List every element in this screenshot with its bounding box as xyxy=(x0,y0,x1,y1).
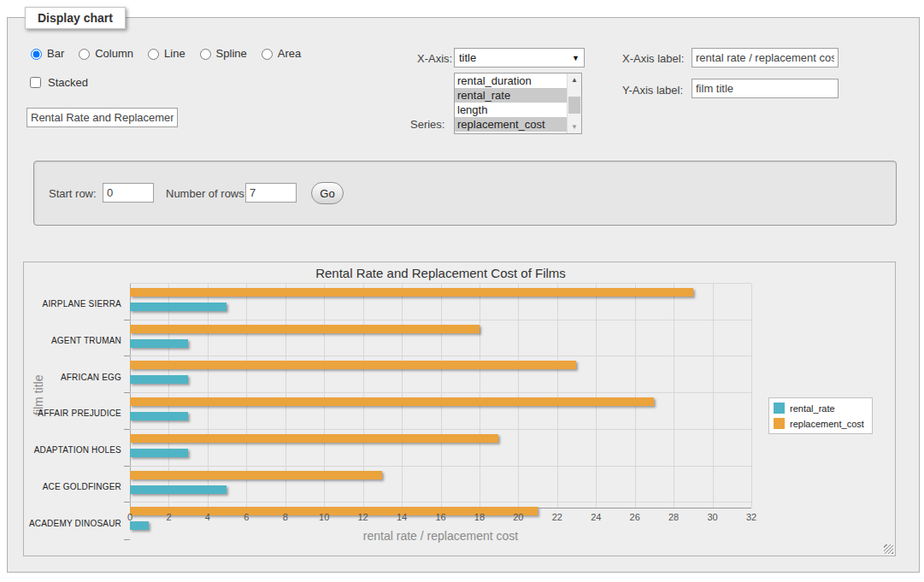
x-tick-label: 10 xyxy=(319,512,329,522)
rows-controls-box: Start row: Number of rows: Go xyxy=(33,161,897,226)
x-tick-label: 0 xyxy=(127,512,132,522)
x-tick-label: 14 xyxy=(397,512,407,522)
category-band: AGENT TRUMAN xyxy=(130,325,751,357)
scroll-up-icon[interactable]: ▲ xyxy=(568,73,581,86)
chart-type-radio-line[interactable] xyxy=(148,49,159,60)
x-tick-label: 6 xyxy=(244,512,249,522)
fieldset-legend: Display chart xyxy=(25,7,126,29)
legend-item-replacement_cost[interactable]: replacement_cost xyxy=(774,418,864,429)
resize-handle-icon[interactable] xyxy=(884,544,893,554)
x-axis-select-value: title xyxy=(459,51,476,64)
chart-type-radio-area[interactable] xyxy=(262,49,273,60)
chart-type-radio-label: Line xyxy=(164,47,185,60)
chart-x-ticks: 02468101214161820222426283032 xyxy=(130,512,751,524)
x-tick-label: 2 xyxy=(166,512,171,522)
legend-item-rental_rate[interactable]: rental_rate xyxy=(774,403,864,414)
bar-replacement_cost[interactable] xyxy=(130,361,576,369)
chart-type-radio-label: Column xyxy=(95,47,133,60)
category-label: AIRPLANE SIERRA xyxy=(43,299,121,309)
legend-label: replacement_cost xyxy=(790,419,864,429)
chart-plot-area: AIRPLANE SIERRAAGENT TRUMANAFRICAN EGGAF… xyxy=(130,283,751,509)
y-axis-label-label: Y-Axis label: xyxy=(622,84,683,97)
display-chart-fieldset: Display chart BarColumnLineSplineArea St… xyxy=(7,17,920,573)
category-band: ACE GOLDFINGER xyxy=(130,471,751,503)
series-options: rental_durationrental_ratelengthreplacem… xyxy=(455,73,567,132)
bar-replacement_cost[interactable] xyxy=(130,471,382,479)
stacked-label: Stacked xyxy=(48,76,88,89)
x-tick-label: 12 xyxy=(358,512,368,522)
chart-type-option-column[interactable]: Column xyxy=(74,46,133,60)
bar-rental_rate[interactable] xyxy=(130,303,227,311)
category-label: AGENT TRUMAN xyxy=(51,336,121,345)
x-tick-label: 26 xyxy=(630,512,640,522)
stacked-row: Stacked xyxy=(26,74,88,91)
x-axis-label-label: X-Axis label: xyxy=(622,52,684,65)
chart-type-radio-label: Area xyxy=(278,47,301,60)
scrollbar-thumb[interactable] xyxy=(568,97,580,114)
legend-swatch-icon xyxy=(774,418,785,429)
x-tick-label: 32 xyxy=(746,512,756,522)
x-axis-label-input[interactable] xyxy=(692,48,839,68)
category-label: AFFAIR PREJUDICE xyxy=(38,409,121,418)
y-axis-label-input[interactable] xyxy=(692,79,839,98)
chart-type-radio-group: BarColumnLineSplineArea xyxy=(26,46,308,60)
listbox-scrollbar[interactable]: ▲ ▼ xyxy=(567,73,581,133)
x-tick-label: 8 xyxy=(283,512,288,522)
chart-title-input[interactable] xyxy=(26,108,178,127)
series-option-replacement_cost[interactable]: replacement_cost xyxy=(455,117,567,132)
start-row-label: Start row: xyxy=(49,187,97,200)
chart-type-radio-bar[interactable] xyxy=(31,49,42,60)
chart-type-radio-spline[interactable] xyxy=(200,49,211,60)
chart-type-option-area[interactable]: Area xyxy=(257,46,301,60)
chart-type-option-spline[interactable]: Spline xyxy=(196,46,247,60)
chart-type-radio-label: Spline xyxy=(216,47,247,60)
chart-type-radio-label: Bar xyxy=(47,47,64,60)
x-axis-select[interactable]: title ▼ xyxy=(454,48,585,68)
bar-rental_rate[interactable] xyxy=(130,339,188,348)
chart-x-axis-title: rental rate / replacement cost xyxy=(130,529,751,543)
series-listbox[interactable]: rental_durationrental_ratelengthreplacem… xyxy=(454,73,582,134)
bar-replacement_cost[interactable] xyxy=(130,434,498,443)
bar-rental_rate[interactable] xyxy=(130,375,188,384)
bar-replacement_cost[interactable] xyxy=(130,325,480,333)
num-rows-label: Number of rows: xyxy=(166,187,247,200)
x-tick-label: 4 xyxy=(205,512,210,522)
chevron-down-icon: ▼ xyxy=(572,54,580,62)
chart-title: Rental Rate and Replacement Cost of Film… xyxy=(130,266,751,280)
x-axis-select-label: X-Axis: xyxy=(417,52,452,65)
x-tick-label: 22 xyxy=(552,512,562,522)
num-rows-input[interactable] xyxy=(245,183,297,203)
bar-replacement_cost[interactable] xyxy=(130,288,693,297)
x-tick-label: 18 xyxy=(474,512,485,522)
category-label: ADAPTATION HOLES xyxy=(34,445,121,455)
chart-type-radio-column[interactable] xyxy=(79,49,90,60)
series-option-length[interactable]: length xyxy=(455,103,567,117)
category-band: AIRPLANE SIERRA xyxy=(130,288,751,320)
category-band: AFRICAN EGG xyxy=(130,361,751,393)
bar-rental_rate[interactable] xyxy=(130,412,188,420)
chart-legend: rental_ratereplacement_cost xyxy=(768,397,873,434)
gridline-x-32 xyxy=(751,284,752,508)
series-option-rental_duration[interactable]: rental_duration xyxy=(455,73,567,88)
bar-replacement_cost[interactable] xyxy=(130,397,654,406)
go-button[interactable]: Go xyxy=(311,182,344,204)
start-row-input[interactable] xyxy=(103,183,154,203)
category-band: ADAPTATION HOLES xyxy=(130,434,751,467)
category-band: AFFAIR PREJUDICE xyxy=(130,397,751,430)
chart-container: Rental Rate and Replacement Cost of Film… xyxy=(23,262,896,556)
x-tick-label: 24 xyxy=(591,512,601,522)
x-tick-label: 20 xyxy=(513,512,523,522)
bar-rental_rate[interactable] xyxy=(130,485,227,494)
chart-type-option-line[interactable]: Line xyxy=(144,46,185,60)
stacked-checkbox[interactable] xyxy=(30,77,41,88)
legend-label: rental_rate xyxy=(790,403,835,414)
bar-rental_rate[interactable] xyxy=(130,449,188,457)
category-label: ACADEMY DINOSAUR xyxy=(29,519,121,528)
series-option-rental_rate[interactable]: rental_rate xyxy=(455,88,567,103)
x-tick-label: 16 xyxy=(435,512,445,522)
series-select-label: Series: xyxy=(410,118,444,131)
x-tick-label: 30 xyxy=(707,512,717,522)
scroll-down-icon[interactable]: ▼ xyxy=(568,121,581,133)
category-label: ACE GOLDFINGER xyxy=(43,481,121,491)
chart-type-option-bar[interactable]: Bar xyxy=(26,46,64,60)
